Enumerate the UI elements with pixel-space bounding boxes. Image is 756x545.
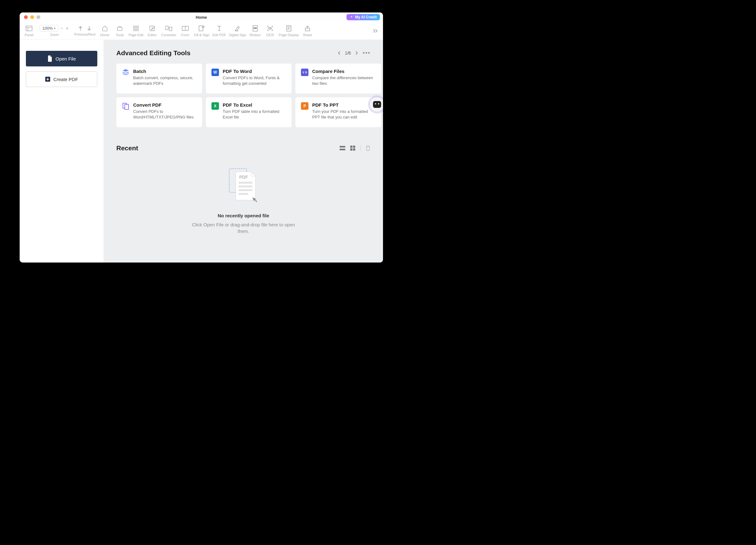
titlebar: Home My AI Credit [20, 12, 383, 22]
svg-point-16 [269, 27, 270, 29]
toolbar-editor-label: Editor [148, 33, 157, 37]
card-desc: Batch convert, compress, secure, waterma… [133, 75, 196, 86]
window-title: Home [20, 15, 383, 20]
card-pdf-to-excel[interactable]: X PDF To Excel Turn PDF table into a for… [206, 97, 292, 127]
create-pdf-label: Create PDF [53, 77, 78, 82]
toolbar-panel-label: Panel [25, 33, 33, 37]
chevron-down-icon: ▾ [54, 27, 56, 30]
recent-view-controls [340, 145, 371, 151]
svg-point-17 [270, 27, 272, 29]
create-pdf-button[interactable]: Create PDF [26, 71, 97, 87]
toolbar-editpdf-label: Edit PDF [212, 33, 226, 37]
svg-rect-10 [169, 27, 172, 31]
card-title: PDF To Word [223, 69, 286, 74]
card-pdf-to-word[interactable]: W PDF To Word Convert PDFs to Word, Font… [206, 64, 292, 94]
zoom-out-button[interactable]: − [59, 26, 64, 31]
tools-icon [116, 25, 123, 32]
advanced-header: Advanced Editing Tools 1/6 ••• [116, 49, 383, 57]
close-window-button[interactable] [24, 15, 28, 19]
toolbar-pagedisplay-label: Page Display [279, 33, 299, 37]
open-file-button[interactable]: Open File [26, 51, 97, 66]
toolbar-digitalsign-label: Digital Sign [229, 33, 246, 37]
toolbar-home-button[interactable]: Home [97, 23, 112, 39]
editpdf-icon [216, 25, 223, 32]
svg-rect-36 [239, 189, 252, 191]
card-compare-files[interactable]: V S Compare Files Compare the difference… [295, 64, 381, 94]
delete-button[interactable] [366, 145, 371, 151]
svg-rect-9 [166, 26, 168, 30]
zoom-in-button[interactable]: + [65, 26, 70, 31]
ai-robot-icon [373, 101, 381, 108]
svg-rect-18 [287, 26, 291, 31]
pager-more-button[interactable]: ••• [363, 50, 371, 56]
toolbar-editor-button[interactable]: Editor [145, 23, 160, 39]
svg-rect-29 [353, 146, 355, 148]
toolbar-pageedit-button[interactable]: Page Edit [127, 23, 145, 39]
toolbar-converter-button[interactable]: Converter [160, 23, 178, 39]
main-content: Advanced Editing Tools 1/6 ••• Batch Bat… [104, 40, 383, 263]
svg-rect-5 [137, 26, 138, 28]
app-window: Home My AI Credit Panel 100% ▾ − + [20, 12, 383, 263]
card-desc: Turn your PDF into a formatted PPT file … [312, 109, 376, 120]
toolbar-overflow-button[interactable] [369, 29, 381, 33]
toolbar-prevnext-label: Previous/Next [74, 32, 95, 36]
pageedit-icon [133, 25, 139, 32]
previous-button[interactable] [78, 26, 83, 31]
card-batch[interactable]: Batch Batch convert, compress, secure, w… [116, 64, 202, 94]
card-title: PDF To Excel [223, 102, 286, 108]
minimize-window-button[interactable] [30, 15, 34, 19]
svg-text:PDF: PDF [239, 175, 248, 180]
window-controls [20, 15, 40, 19]
ai-credit-label: My AI Credit [355, 15, 377, 19]
toolbar-panel-button[interactable]: Panel [22, 23, 36, 39]
advanced-cards: Batch Batch convert, compress, secure, w… [116, 64, 383, 127]
form-icon [182, 25, 189, 32]
editor-icon [149, 25, 156, 32]
toolbar-editpdf-button[interactable]: Edit PDF [211, 23, 228, 39]
toolbar-tools-button[interactable]: Tools [112, 23, 127, 39]
maximize-window-button[interactable] [36, 15, 40, 19]
list-view-button[interactable] [340, 146, 345, 150]
advanced-pager: 1/6 ••• [337, 50, 371, 56]
toolbar-redact-button[interactable]: Redact [248, 23, 263, 39]
toolbar-digitalsign-button[interactable]: Digital Sign [228, 23, 248, 39]
card-convert-pdf[interactable]: Convert PDF Convert PDFs to Word/HTML/TX… [116, 97, 202, 127]
svg-rect-26 [340, 146, 345, 148]
pagedisplay-icon [285, 25, 292, 32]
toolbar-ocr-label: OCR [266, 33, 274, 37]
pager-next-button[interactable] [355, 51, 358, 55]
toolbar-share-label: Share [303, 33, 312, 37]
next-button[interactable] [87, 26, 92, 31]
ai-credit-button[interactable]: My AI Credit [347, 14, 380, 20]
svg-rect-15 [254, 27, 257, 29]
toolbar-share-button[interactable]: Share [300, 23, 315, 39]
toolbar: Panel 100% ▾ − + Zoom Previous/Next [20, 22, 383, 40]
excel-icon: X [211, 102, 219, 110]
toolbar-form-button[interactable]: Form [178, 23, 193, 39]
ai-assistant-button[interactable] [370, 97, 383, 112]
toolbar-converter-label: Converter [161, 33, 176, 37]
batch-icon [122, 69, 129, 76]
toolbar-home-label: Home [100, 33, 109, 37]
svg-rect-7 [137, 29, 138, 31]
card-title: Convert PDF [133, 102, 196, 108]
svg-rect-34 [239, 182, 252, 184]
svg-rect-25 [125, 105, 128, 110]
svg-rect-35 [239, 186, 252, 187]
card-pdf-to-ppt[interactable]: P PDF To PPT Turn your PDF into a format… [295, 97, 381, 127]
toolbar-fillsign-button[interactable]: Fill & Sign [193, 23, 211, 39]
card-desc: Turn PDF table into a formatted Excel fi… [223, 109, 286, 120]
svg-rect-27 [340, 149, 345, 150]
sidebar: Open File Create PDF [20, 40, 104, 263]
empty-desc: Click Open File or drag-and-drop file he… [191, 222, 297, 235]
pager-indicator: 1/6 [345, 51, 351, 56]
share-icon [304, 25, 311, 32]
svg-rect-37 [239, 193, 248, 195]
recent-empty-state: PDF No recently opened file Click Open F… [116, 168, 383, 235]
toolbar-ocr-button[interactable]: OCR [263, 23, 278, 39]
zoom-select[interactable]: 100% ▾ [40, 25, 58, 32]
svg-rect-31 [353, 149, 355, 151]
toolbar-pagedisplay-button[interactable]: Page Display [278, 23, 300, 39]
pager-prev-button[interactable] [337, 51, 341, 55]
grid-view-button[interactable] [350, 146, 355, 151]
